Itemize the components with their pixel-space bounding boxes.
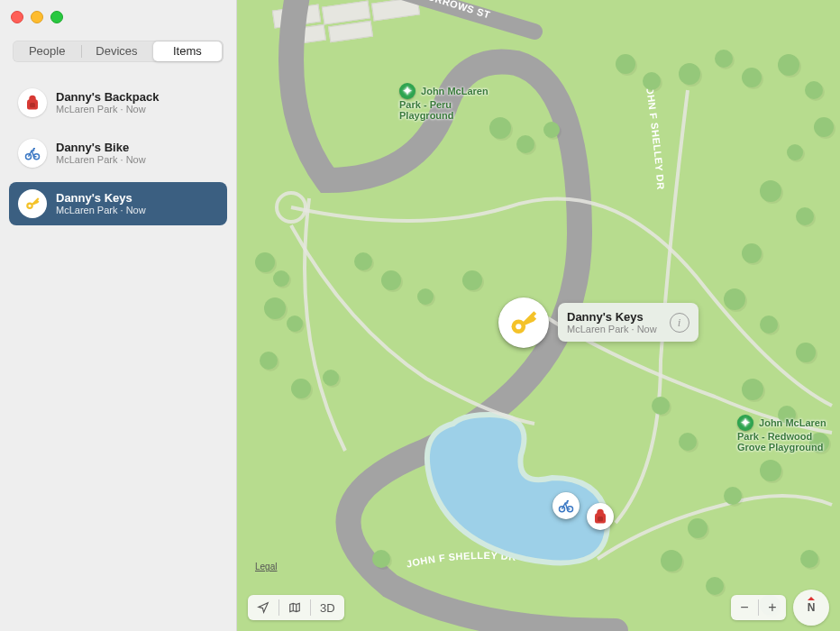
list-item[interactable]: Danny's Backpack McLaren Park · Now [9, 81, 227, 124]
map-marker-keys[interactable] [498, 297, 549, 348]
item-title: Danny's Backpack [56, 90, 159, 105]
playground-icon: ✦ [737, 415, 753, 431]
legal-link[interactable]: Legal [255, 562, 277, 572]
items-list: Danny's Backpack McLaren Park · Now Dann… [9, 81, 227, 233]
tab-items[interactable]: Items [153, 41, 222, 61]
tab-devices[interactable]: Devices [82, 41, 151, 61]
callout-subtitle: McLaren Park · Now [567, 324, 657, 334]
sidebar: People Devices Items Danny's Backpack Mc… [0, 0, 237, 631]
zoom-controls: − + [731, 595, 786, 620]
item-labels: Danny's Keys McLaren Park · Now [56, 191, 146, 217]
item-labels: Danny's Backpack McLaren Park · Now [56, 90, 159, 116]
compass-button[interactable]: N [793, 590, 829, 626]
map-type-button[interactable] [279, 595, 310, 620]
zoom-button[interactable] [50, 11, 63, 23]
zoom-in-button[interactable]: + [759, 595, 786, 620]
svg-rect-13 [598, 517, 603, 521]
list-item[interactable]: Danny's Bike McLaren Park · Now [9, 132, 227, 175]
map-mode-controls: 3D [248, 595, 344, 620]
map-callout[interactable]: Danny's Keys McLaren Park · Now i [558, 303, 698, 342]
svg-point-4 [29, 205, 32, 207]
info-button[interactable]: i [670, 313, 689, 333]
minimize-button[interactable] [31, 11, 43, 23]
item-subtitle: McLaren Park · Now [56, 104, 159, 115]
playground-icon: ✦ [399, 83, 415, 99]
find-my-window: People Devices Items Danny's Backpack Mc… [0, 0, 840, 631]
key-icon [18, 189, 47, 218]
item-title: Danny's Keys [56, 191, 146, 206]
map-view[interactable]: BURROWS ST JOHN F SHELLEY DR JOHN F SHEL… [237, 0, 840, 631]
poi-redwood-playground[interactable]: ✦ John McLaren Park - Redwood Grove Play… [737, 415, 826, 453]
tab-people[interactable]: People [13, 41, 81, 61]
map-icon [288, 601, 301, 614]
map-marker-backpack[interactable] [587, 503, 614, 530]
item-subtitle: McLaren Park · Now [56, 205, 146, 216]
zoom-out-button[interactable]: − [731, 595, 758, 620]
item-subtitle: McLaren Park · Now [56, 154, 146, 166]
poi-peru-playground[interactable]: ✦ John McLaren Park - Peru Playground [399, 83, 488, 121]
item-labels: Danny's Bike McLaren Park · Now [56, 141, 146, 167]
bike-icon [558, 498, 574, 514]
locate-button[interactable] [248, 595, 278, 620]
bike-icon [18, 139, 47, 168]
list-item-selected[interactable]: Danny's Keys McLaren Park · Now [9, 182, 227, 225]
tab-segmented-control[interactable]: People Devices Items [13, 41, 224, 62]
location-arrow-icon [257, 601, 269, 614]
backpack-icon [592, 508, 608, 525]
map-marker-bike[interactable] [552, 492, 580, 519]
close-button[interactable] [11, 11, 23, 23]
svg-rect-0 [30, 103, 35, 107]
svg-point-10 [516, 324, 521, 329]
backpack-icon [18, 88, 47, 117]
key-icon [508, 307, 539, 338]
window-controls [11, 11, 63, 23]
item-title: Danny's Bike [56, 141, 146, 155]
callout-title: Danny's Keys [567, 310, 657, 324]
3d-toggle-button[interactable]: 3D [311, 595, 344, 620]
